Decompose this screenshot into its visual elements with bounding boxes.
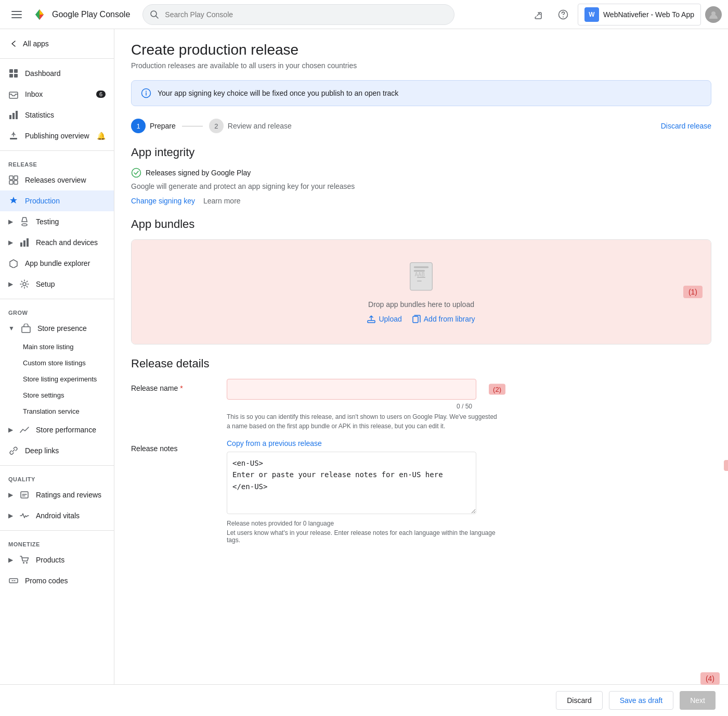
topbar-right: W WebNativefier - Web To App [528, 4, 722, 25]
vitals-expand-icon: ▶ [8, 512, 13, 519]
change-signing-link[interactable]: Change signing key [131, 197, 195, 205]
products-label: Products [36, 556, 106, 564]
copy-from-link[interactable]: Copy from a previous release [227, 439, 322, 448]
statistics-icon [8, 110, 19, 120]
svg-rect-1 [11, 14, 22, 15]
inbox-icon [8, 89, 19, 99]
search-input[interactable] [142, 4, 454, 25]
ratings-icon [19, 490, 30, 500]
sidebar-item-reach-devices[interactable]: ▶ Reach and devices [0, 232, 114, 253]
step-1: 1 Prepare [131, 119, 176, 133]
svg-rect-25 [27, 238, 29, 247]
drop-zone-actions: Upload Add from library [367, 315, 475, 323]
sidebar-item-inbox[interactable]: Inbox 6 [0, 84, 114, 105]
svg-rect-28 [21, 492, 28, 498]
sidebar-item-custom-store[interactable]: Custom store listings [0, 355, 114, 371]
sidebar-item-store-experiments[interactable]: Store listing experiments [0, 371, 114, 387]
app-switcher-btn[interactable]: W WebNativefier - Web To App [578, 4, 701, 25]
products-icon [19, 555, 30, 565]
release-notes-row: Release notes Copy from a previous relea… [131, 439, 711, 544]
drop-zone[interactable]: AAB Drop app bundles here to upload Uplo… [132, 240, 711, 344]
svg-rect-0 [11, 11, 22, 12]
discard-release-link[interactable]: Discard release [661, 122, 711, 130]
link-icon-btn[interactable] [528, 4, 549, 25]
svg-rect-2 [11, 17, 22, 18]
menu-icon[interactable] [6, 4, 27, 25]
testing-label: Testing [36, 218, 106, 226]
release-name-help: This is so you can identify this release… [227, 412, 497, 431]
step-1-circle: 1 [131, 119, 146, 133]
release-name-field-label: Release name * [131, 379, 214, 392]
sidebar-item-production[interactable]: Production [0, 190, 114, 211]
production-label: Production [25, 197, 106, 205]
sidebar-item-deep-links[interactable]: Deep links [0, 440, 114, 461]
svg-rect-10 [14, 69, 18, 73]
topbar-search[interactable] [142, 4, 454, 25]
release-notes-textarea[interactable]: <en-US> Enter or paste your release note… [227, 452, 476, 514]
user-avatar[interactable] [705, 6, 722, 23]
setup-expand-icon: ▶ [8, 280, 13, 288]
step-connector [182, 126, 203, 126]
svg-rect-24 [23, 240, 25, 247]
info-banner-text: Your app signing key choice will be fixe… [158, 89, 398, 97]
performance-icon [19, 425, 30, 435]
notes-lang-help: Let users know what's in your release. E… [227, 529, 497, 544]
sidebar-item-store-performance[interactable]: ▶ Store performance [0, 419, 114, 440]
layout: All apps Dashboard Inbox [0, 29, 728, 684]
topbar-logo[interactable]: Google Play Console [31, 6, 130, 23]
reach-icon [19, 237, 30, 248]
sidebar-item-android-vitals[interactable]: ▶ Android vitals [0, 505, 114, 526]
save-draft-button[interactable]: Save as draft [609, 691, 674, 710]
sidebar-item-dashboard[interactable]: Dashboard [0, 63, 114, 84]
release-name-char-count: 0 / 50 [457, 403, 472, 410]
app-bundle-icon [8, 258, 19, 268]
bundles-box: AAB Drop app bundles here to upload Uplo… [131, 239, 711, 344]
reach-expand-icon: ▶ [8, 239, 13, 246]
deep-links-icon [8, 445, 19, 456]
sidebar-item-translation[interactable]: Translation service [0, 403, 114, 419]
inbox-badge: 6 [96, 91, 106, 98]
sidebar-item-store-presence[interactable]: ▼ Store presence [0, 318, 114, 339]
sidebar-item-main-store[interactable]: Main store listing [0, 339, 114, 355]
store-icon [21, 323, 31, 334]
svg-point-34 [132, 169, 141, 177]
publishing-label: Publishing overview [25, 132, 90, 140]
sidebar-item-testing[interactable]: ▶ Testing [0, 211, 114, 232]
add-library-btn[interactable]: Add from library [412, 315, 475, 323]
stepper: 1 Prepare 2 Review and release Discard r… [131, 119, 711, 133]
svg-line-5 [156, 16, 159, 18]
upload-btn[interactable]: Upload [367, 315, 401, 323]
notes-lang-count: Release notes provided for 0 language [227, 520, 711, 527]
deep-links-label: Deep links [25, 446, 106, 455]
step-1-label: Prepare [150, 122, 176, 130]
sidebar-divider-4 [0, 465, 114, 466]
sidebar-item-releases-overview[interactable]: Releases overview [0, 170, 114, 190]
svg-point-22 [22, 224, 27, 226]
annotation-2: (2) [489, 384, 505, 395]
learn-more-link[interactable]: Learn more [203, 197, 241, 205]
releases-overview-label: Releases overview [25, 176, 106, 184]
release-notes-field-label: Release notes [131, 439, 214, 453]
svg-rect-41 [413, 316, 418, 323]
sidebar-divider-5 [0, 530, 114, 531]
sidebar-item-ratings[interactable]: ▶ Ratings and reviews [0, 484, 114, 505]
sidebar-item-app-bundle[interactable]: App bundle explorer [0, 253, 114, 274]
svg-rect-40 [368, 321, 375, 323]
sidebar-item-store-settings[interactable]: Store settings [0, 387, 114, 403]
sidebar-item-setup[interactable]: ▶ Setup [0, 274, 114, 295]
help-icon-btn[interactable] [553, 4, 574, 25]
sidebar-back-button[interactable]: All apps [0, 33, 114, 54]
next-button[interactable]: Next [680, 691, 716, 710]
page-title: Create production release [131, 42, 711, 58]
sidebar-item-statistics[interactable]: Statistics [0, 105, 114, 125]
release-name-required: * [180, 384, 183, 392]
release-name-content: 0 / 50 (2) This is so you can identify t… [227, 379, 711, 431]
sidebar-back-label: All apps [23, 40, 49, 48]
sidebar-item-products[interactable]: ▶ Products [0, 549, 114, 570]
release-name-input[interactable] [227, 379, 476, 400]
discard-button[interactable]: Discard [556, 691, 602, 710]
sidebar-item-publishing[interactable]: Publishing overview 🔔 [0, 125, 114, 146]
sidebar-item-promo-codes[interactable]: Promo codes [0, 570, 114, 591]
annotation-4: (4) [700, 672, 720, 685]
releases-overview-icon [8, 175, 19, 185]
